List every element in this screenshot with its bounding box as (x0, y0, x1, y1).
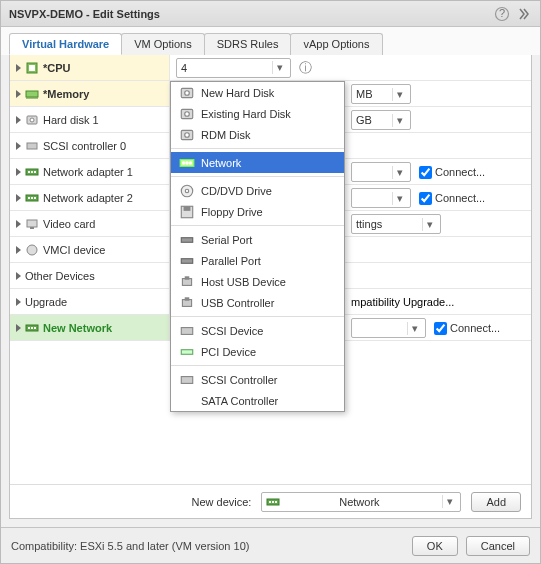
expand-icon[interactable] (16, 324, 21, 332)
menu-item-rdm-disk[interactable]: RDM Disk (171, 124, 344, 145)
dialog-header: NSVPX-DEMO - Edit Settings ? (1, 1, 540, 27)
new-device-menu[interactable]: New Hard DiskExisting Hard DiskRDM DiskN… (170, 81, 345, 412)
network-icon (266, 495, 280, 509)
expand-icon[interactable] (16, 168, 21, 176)
svg-point-6 (30, 118, 34, 122)
net-icon (179, 155, 195, 171)
expand-icon[interactable] (16, 142, 21, 150)
menu-item-pci-device[interactable]: PCI Device (171, 341, 344, 362)
svg-rect-15 (34, 197, 36, 199)
hd1-unit-select[interactable]: GB▾ (351, 110, 411, 130)
expand-icon[interactable] (16, 90, 21, 98)
expand-icon[interactable] (16, 64, 21, 72)
tab-vapp-options[interactable]: vApp Options (290, 33, 382, 55)
pci-icon (179, 344, 195, 360)
expand-icon[interactable] (16, 220, 21, 228)
svg-rect-32 (189, 161, 191, 163)
cd-icon (179, 183, 195, 199)
net2-label: Network adapter 2 (43, 192, 133, 204)
menu-item-host-usb-device[interactable]: Host USB Device (171, 271, 344, 292)
svg-rect-49 (275, 501, 277, 503)
cpu-count-select[interactable]: 4▾ (176, 58, 291, 78)
upgrade-text: mpatibility Upgrade... (351, 296, 454, 308)
menu-item-cd-dvd-drive[interactable]: CD/DVD Drive (171, 180, 344, 201)
vmci-icon (25, 243, 39, 257)
ok-button[interactable]: OK (412, 536, 458, 556)
network-icon (25, 191, 39, 205)
vmci-label: VMCI device (43, 244, 105, 256)
net1-select[interactable]: ▾ (351, 162, 411, 182)
net2-select[interactable]: ▾ (351, 188, 411, 208)
hd-icon (179, 106, 195, 122)
chevron-down-icon: ▾ (392, 88, 406, 101)
tab-sdrs-rules[interactable]: SDRS Rules (204, 33, 292, 55)
svg-rect-47 (269, 501, 271, 503)
menu-item-scsi-controller[interactable]: SCSI Controller (171, 369, 344, 390)
memory-unit-select[interactable]: MB▾ (351, 84, 411, 104)
video-label: Video card (43, 218, 95, 230)
tab-virtual-hardware[interactable]: Virtual Hardware (9, 33, 122, 55)
chevron-down-icon: ▾ (392, 166, 406, 179)
svg-rect-38 (181, 258, 192, 263)
cancel-button[interactable]: Cancel (466, 536, 530, 556)
net2-connect-checkbox[interactable]: Connect... (419, 192, 485, 205)
chevron-down-icon: ▾ (392, 114, 406, 127)
help-icon[interactable]: ? (494, 6, 510, 22)
hd-icon (179, 85, 195, 101)
menu-item-floppy-drive[interactable]: Floppy Drive (171, 201, 344, 222)
svg-point-24 (185, 90, 190, 95)
svg-point-26 (185, 111, 190, 116)
menu-item-new-hard-disk[interactable]: New Hard Disk (171, 82, 344, 103)
svg-point-34 (185, 189, 188, 192)
svg-rect-20 (28, 327, 30, 329)
menu-item-existing-hard-disk[interactable]: Existing Hard Disk (171, 103, 344, 124)
net1-connect-checkbox[interactable]: Connect... (419, 166, 485, 179)
video-settings-select[interactable]: ttings▾ (351, 214, 441, 234)
svg-rect-14 (31, 197, 33, 199)
tab-vm-options[interactable]: VM Options (121, 33, 204, 55)
menu-item-scsi-device[interactable]: SCSI Device (171, 320, 344, 341)
expand-icon[interactable] (16, 246, 21, 254)
svg-rect-40 (185, 276, 190, 279)
svg-rect-48 (272, 501, 274, 503)
svg-rect-13 (28, 197, 30, 199)
menu-item-serial-port[interactable]: Serial Port (171, 229, 344, 250)
svg-text:?: ? (499, 7, 505, 19)
expand-icon[interactable] (16, 272, 21, 280)
content-area: *CPU 4▾ ⓘ *Memory Hard disk 1 (9, 55, 532, 519)
chevron-down-icon: ▾ (272, 61, 286, 74)
video-icon (25, 217, 39, 231)
right-controls: MB▾ GB▾ ▾ Connect... ▾ Connect... ttings… (345, 55, 531, 341)
cpu-label: *CPU (43, 62, 71, 74)
newnet-label: New Network (43, 322, 112, 334)
menu-item-network[interactable]: Network (171, 152, 344, 173)
newnet-select[interactable]: ▾ (351, 318, 426, 338)
port-icon (179, 253, 195, 269)
other-label: Other Devices (25, 270, 95, 282)
scsi-icon (179, 372, 195, 388)
memory-label: *Memory (43, 88, 89, 100)
svg-rect-37 (181, 237, 192, 242)
network-icon (25, 165, 39, 179)
expand-icon[interactable] (516, 6, 532, 22)
chevron-down-icon: ▾ (442, 495, 456, 508)
new-device-select[interactable]: Network▾ (261, 492, 461, 512)
hd1-label: Hard disk 1 (43, 114, 99, 126)
expand-icon[interactable] (16, 116, 21, 124)
menu-item-sata-controller[interactable]: SATA Controller (171, 390, 344, 411)
expand-icon[interactable] (16, 194, 21, 202)
newnet-connect-checkbox[interactable]: Connect... (434, 322, 500, 335)
svg-rect-22 (34, 327, 36, 329)
net1-label: Network adapter 1 (43, 166, 133, 178)
svg-rect-21 (31, 327, 33, 329)
menu-item-usb-controller[interactable]: USB Controller (171, 292, 344, 313)
info-icon[interactable]: ⓘ (299, 59, 312, 77)
add-button[interactable]: Add (471, 492, 521, 512)
page-title: NSVPX-DEMO - Edit Settings (9, 8, 488, 20)
expand-icon[interactable] (16, 298, 21, 306)
svg-rect-42 (185, 297, 190, 300)
menu-item-parallel-port[interactable]: Parallel Port (171, 250, 344, 271)
scsi-icon (179, 323, 195, 339)
cpu-icon (25, 61, 39, 75)
scsi-icon (25, 139, 39, 153)
